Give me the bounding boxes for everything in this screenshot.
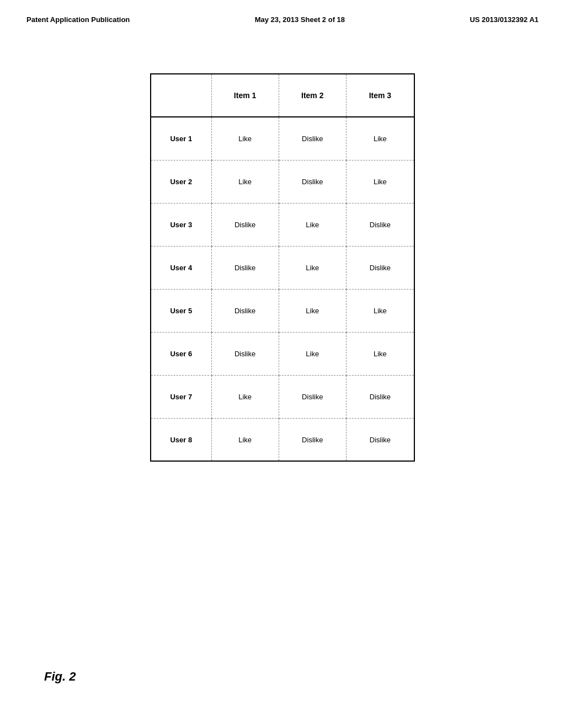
item2-value: Like [306, 264, 319, 272]
item2-value-cell: Like [279, 203, 346, 246]
item3-value-cell: Like [346, 117, 414, 160]
user-label-cell: User 2 [151, 160, 211, 203]
table-row: User 3DislikeLikeDislike [151, 203, 414, 246]
table-row: User 2LikeDislikeLike [151, 160, 414, 203]
user-label-cell: User 7 [151, 375, 211, 418]
item2-header-label: Item 2 [301, 91, 323, 100]
table-col-item2: Item 2 [279, 74, 346, 117]
header-publication-label: Patent Application Publication [26, 15, 130, 24]
table-col-item1: Item 1 [211, 74, 279, 117]
item2-value: Dislike [302, 436, 323, 444]
item3-value-cell: Dislike [346, 246, 414, 289]
user-label: User 8 [170, 436, 192, 444]
item2-value: Like [306, 307, 319, 315]
item1-value-cell: Dislike [211, 203, 279, 246]
item1-value: Dislike [234, 264, 255, 272]
item3-value: Dislike [370, 221, 391, 229]
item2-value: Like [306, 221, 319, 229]
item1-header-label: Item 1 [234, 91, 256, 100]
user-label-cell: User 6 [151, 332, 211, 375]
table-row: User 7LikeDislikeDislike [151, 375, 414, 418]
table-row: User 5DislikeLikeLike [151, 289, 414, 332]
item1-value: Like [238, 436, 252, 444]
item1-value-cell: Dislike [211, 289, 279, 332]
header-date-sheet-label: May 23, 2013 Sheet 2 of 18 [255, 15, 345, 24]
user-label-cell: User 8 [151, 418, 211, 461]
item2-value: Dislike [302, 135, 323, 143]
page-header: Patent Application Publication May 23, 2… [0, 0, 565, 29]
figure-label: Fig. 2 [44, 670, 76, 684]
main-content: Item 1 Item 2 Item 3 User 1LikeDislikeLi… [0, 29, 565, 462]
table-col-empty [151, 74, 211, 117]
table-body: User 1LikeDislikeLikeUser 2LikeDislikeLi… [151, 117, 414, 461]
user-label: User 7 [170, 393, 192, 401]
item3-value-cell: Like [346, 160, 414, 203]
user-label: User 4 [170, 264, 192, 272]
table-col-item3: Item 3 [346, 74, 414, 117]
item3-value: Dislike [370, 264, 391, 272]
item2-value-cell: Dislike [279, 418, 346, 461]
table-header-row: Item 1 Item 2 Item 3 [151, 74, 414, 117]
item2-value-cell: Like [279, 332, 346, 375]
item1-value: Dislike [234, 307, 255, 315]
user-label: User 6 [170, 350, 192, 358]
table-row: User 1LikeDislikeLike [151, 117, 414, 160]
user-label: User 1 [170, 135, 192, 143]
item1-value-cell: Dislike [211, 246, 279, 289]
item3-value: Like [374, 178, 387, 186]
item3-value: Like [374, 135, 387, 143]
item2-value-cell: Like [279, 246, 346, 289]
item1-value: Dislike [234, 350, 255, 358]
item2-value-cell: Dislike [279, 375, 346, 418]
item1-value: Like [238, 135, 252, 143]
item3-value-cell: Dislike [346, 375, 414, 418]
item3-value: Dislike [370, 393, 391, 401]
item2-value: Like [306, 350, 319, 358]
item1-value-cell: Dislike [211, 332, 279, 375]
item1-value: Like [238, 393, 252, 401]
item3-value-cell: Like [346, 289, 414, 332]
user-label: User 3 [170, 221, 192, 229]
item2-value-cell: Like [279, 289, 346, 332]
header-patent-number-label: US 2013/0132392 A1 [470, 15, 539, 24]
item2-value: Dislike [302, 178, 323, 186]
item1-value-cell: Like [211, 117, 279, 160]
item1-value: Dislike [234, 221, 255, 229]
user-label-cell: User 5 [151, 289, 211, 332]
user-label-cell: User 4 [151, 246, 211, 289]
item2-value: Dislike [302, 393, 323, 401]
item3-value: Like [374, 350, 387, 358]
user-label-cell: User 3 [151, 203, 211, 246]
item2-value-cell: Dislike [279, 160, 346, 203]
table-row: User 6DislikeLikeLike [151, 332, 414, 375]
item3-value-cell: Dislike [346, 418, 414, 461]
item3-value-cell: Like [346, 332, 414, 375]
user-label: User 5 [170, 307, 192, 315]
item3-value: Dislike [370, 436, 391, 444]
item1-value-cell: Like [211, 160, 279, 203]
item1-value: Like [238, 178, 252, 186]
item3-value-cell: Dislike [346, 203, 414, 246]
user-label: User 2 [170, 178, 192, 186]
user-label-cell: User 1 [151, 117, 211, 160]
item3-header-label: Item 3 [369, 91, 391, 100]
item1-value-cell: Like [211, 375, 279, 418]
table-row: User 8LikeDislikeDislike [151, 418, 414, 461]
item2-value-cell: Dislike [279, 117, 346, 160]
item3-value: Like [374, 307, 387, 315]
table-row: User 4DislikeLikeDislike [151, 246, 414, 289]
preference-table: Item 1 Item 2 Item 3 User 1LikeDislikeLi… [150, 73, 415, 462]
item1-value-cell: Like [211, 418, 279, 461]
